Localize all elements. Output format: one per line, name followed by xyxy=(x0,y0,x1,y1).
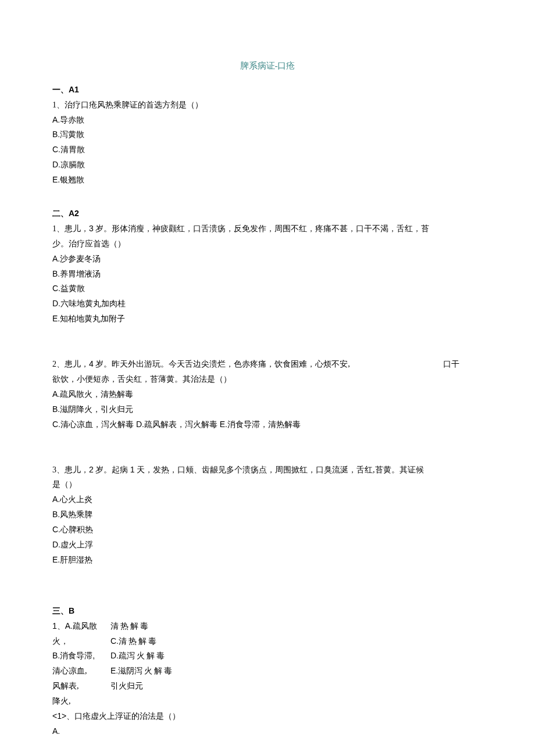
section-a2-en: A2 xyxy=(69,209,79,218)
a2-q3-optB-text: B.风热乘脾 xyxy=(52,510,92,519)
b-rightC: D.疏泻火解毒 xyxy=(110,648,174,664)
section-b-cn: 三、 xyxy=(52,607,69,615)
a2-q3-optE-text: E.肝胆湿热 xyxy=(52,555,92,564)
b-rightB-text: 清热解毒 xyxy=(119,637,158,646)
b-sub1-text: <1>、口疮虚火上浮证的治法是（） xyxy=(52,711,180,721)
a1-q1-optE-text: E.银翘散 xyxy=(52,175,84,184)
a2-q1-l1b: 3 xyxy=(89,224,94,233)
a2-q3-l1e: 天，发热，口颊、齿龈见多个溃疡点，周围掀红，口臭流涎，舌红,苔黄。其证候 xyxy=(135,465,424,474)
a1-q1-optA: A.导赤散 xyxy=(52,113,483,128)
a2-q1-line1: 1、患儿，3 岁。形体消瘦，神疲颧红，口舌溃疡，反免发作，周围不红，疼痛不甚，口… xyxy=(52,221,483,237)
section-a1-en: A1 xyxy=(69,85,79,94)
a2-q3-l1a: 3、患儿， xyxy=(52,465,89,474)
a2-q2-l1c: 岁。昨天外出游玩。今天舌边尖溃烂，色赤疼痛，饮食困难，心烦不安, xyxy=(94,360,350,368)
a2-q3-optD: D.虚火上浮 xyxy=(52,538,483,553)
b-rightE: 引火归元 xyxy=(110,679,174,694)
a1-q1-optD-text: D.凉膈散 xyxy=(52,160,85,169)
a2-q2-optCDE: C.清心凉血，泻火解毒 D.疏风解表，泻火解毒 E.消食导滞，清热解毒 xyxy=(52,417,483,432)
a1-q1-optB-text: B.泻黄散 xyxy=(52,130,84,139)
a2-q3-l1d: 1 xyxy=(130,465,135,474)
b-leftA: 1、A.疏风散火， xyxy=(52,619,110,649)
a1-q1-optB: B.泻黄散 xyxy=(52,127,483,142)
a1-q1-optC: C.清胃散 xyxy=(52,142,483,157)
a2-q2-optB-text: B.滋阴降火，引火归元 xyxy=(52,404,133,414)
b-leftD: 风解表, xyxy=(52,679,110,694)
b-leftB: B.消食导滞, xyxy=(52,648,110,664)
a2-q3-optC: C.心脾积热 xyxy=(52,522,483,538)
b-rightB: C.清热解毒 xyxy=(110,634,174,649)
a2-q1-optC: C.益黄散 xyxy=(52,281,483,296)
a2-q1-optD-text: D.六味地黄丸加肉桂 xyxy=(52,299,126,308)
section-b-header: 三、B xyxy=(52,604,483,619)
a2-q2-optA-text: A.疏风散火，清热解毒 xyxy=(52,389,133,399)
a2-q1-optE-text: E.知柏地黄丸加附子 xyxy=(52,314,125,323)
b-rightC-text: 泻火解毒 xyxy=(127,651,166,660)
a2-q3-line1: 3、患儿，2 岁。起病 1 天，发热，口颊、齿龈见多个溃疡点，周围掀红，口臭流涎… xyxy=(52,463,483,478)
b-rightA: 清热解毒 xyxy=(110,619,174,634)
a2-q3-l1b: 2 xyxy=(89,465,94,474)
a2-q2-l1a: 2、患儿， xyxy=(52,360,89,368)
a1-q1-optE: E.银翘散 xyxy=(52,173,483,188)
a2-q1-optD: D.六味地黄丸加肉桂 xyxy=(52,296,483,311)
section-a2-cn: 二、 xyxy=(52,209,69,218)
b-rightB-pre: C. xyxy=(110,636,119,646)
b-rightC-pre: D.疏 xyxy=(110,651,127,660)
page: 脾系病证-口疮 一、A1 1、治疗口疮风热乘脾证的首选方剂是（） A.导赤散 B… xyxy=(0,0,535,756)
a1-q1-optD: D.凉膈散 xyxy=(52,157,483,173)
a2-q2-optA: A.疏风散火，清热解毒 xyxy=(52,387,483,402)
a2-q3-l1c: 岁。起病 xyxy=(94,465,130,474)
a2-q2-l1b: 4 xyxy=(89,359,94,368)
a2-q1-optA: A.沙参麦冬汤 xyxy=(52,252,483,267)
a1-q1-stem: 1、治疗口疮风热乘脾证的首选方剂是（） xyxy=(52,98,483,113)
a2-q2-l1d: 口干 xyxy=(443,357,483,372)
a2-q3-optE: E.肝胆湿热 xyxy=(52,553,483,568)
b-leftC: 清心凉血, xyxy=(52,664,110,679)
a2-q2-line1: 2、患儿，4 岁。昨天外出游玩。今天舌边尖溃烂，色赤疼痛，饮食困难，心烦不安, … xyxy=(52,357,483,372)
b-rightD-pre: E.滋阴 xyxy=(110,666,134,675)
section-a1-cn: 一、 xyxy=(52,85,69,94)
b-rightD-text: 泻火解毒 xyxy=(134,667,174,675)
b-leftE: 降火, xyxy=(52,694,110,709)
section-a1-header: 一、A1 xyxy=(52,83,483,98)
section-b-options: 1、A.疏风散火， B.消食导滞, 清心凉血, 风解表, 降火, 清热解毒 C.… xyxy=(52,619,483,709)
a2-q1-optA-text: A.沙参麦冬汤 xyxy=(52,254,101,263)
b-leftB-text: B.消食导滞, xyxy=(52,651,95,660)
section-a2-header: 二、A2 xyxy=(52,206,483,221)
b-leftA-text: 1、A.疏风散火， xyxy=(52,621,97,646)
a2-q3-optA: A.心火上炎 xyxy=(52,492,483,507)
a1-q1-optA-text: A.导赤散 xyxy=(52,115,84,124)
a2-q1-line2: 少。治疗应首选（） xyxy=(52,237,483,252)
a2-q3-optB: B.风热乘脾 xyxy=(52,507,483,522)
a2-q2-optCDE-text: C.清心凉血，泻火解毒 D.疏风解表，泻火解毒 E.消食导滞，清热解毒 xyxy=(52,420,301,429)
b-sub1: <1>、口疮虚火上浮证的治法是（） xyxy=(52,709,483,724)
a2-q1-optB: B.养胃增液汤 xyxy=(52,267,483,282)
a2-q3-optA-text: A.心火上炎 xyxy=(52,495,92,504)
b-subA: A. xyxy=(52,724,483,739)
a2-q1-optC-text: C.益黄散 xyxy=(52,284,85,293)
a2-q1-optB-text: B.养胃增液汤 xyxy=(52,269,101,278)
a2-q1-l1a: 1、患儿， xyxy=(52,224,89,233)
page-title: 脾系病证-口疮 xyxy=(52,58,483,74)
a2-q3-optD-text: D.虚火上浮 xyxy=(52,540,93,549)
a2-q2-optB: B.滋阴降火，引火归元 xyxy=(52,402,483,417)
a1-q1-optC-text: C.清胃散 xyxy=(52,145,85,154)
a2-q3-line2: 是（） xyxy=(52,477,483,492)
a2-q3-optC-text: C.心脾积热 xyxy=(52,525,93,534)
section-b-en: B xyxy=(69,606,74,615)
a2-q1-optE: E.知柏地黄丸加附子 xyxy=(52,311,483,327)
a2-q2-line2: 欲饮，小便短赤，舌尖红，苔薄黄。其治法是（） xyxy=(52,372,483,387)
a2-q1-l1c: 岁。形体消瘦，神疲颧红，口舌溃疡，反免发作，周围不红，疼痛不甚，口干不渴，舌红，… xyxy=(94,224,430,233)
b-rightD: E.滋阴泻火解毒 xyxy=(110,664,174,679)
b-subA-text: A. xyxy=(52,726,60,736)
